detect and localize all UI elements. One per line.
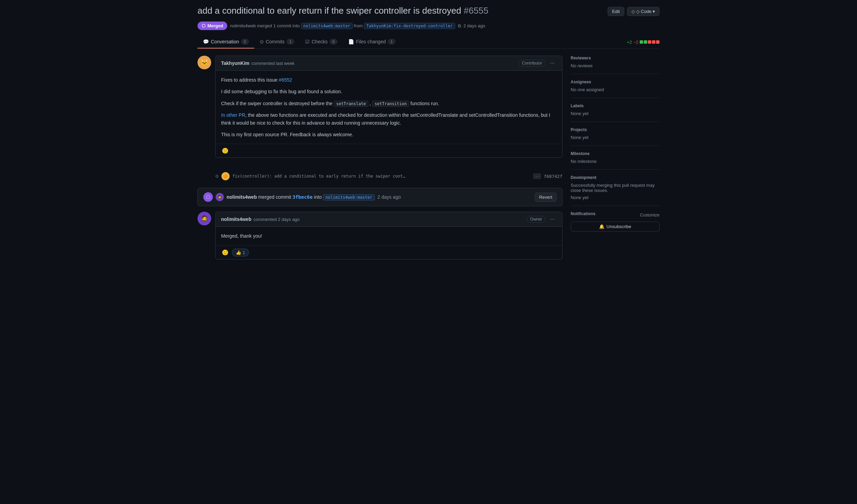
diff-block-2 xyxy=(644,40,647,44)
labels-section: Labels None yet xyxy=(571,98,659,122)
conversation-tab-label: Conversation xyxy=(211,39,239,44)
code-button[interactable]: ◇ ◇ Code ▾ xyxy=(627,7,659,16)
edit-button-label: Edit xyxy=(612,9,620,14)
conversation-icon: 💬 xyxy=(203,39,209,44)
owner-comment-text: Merged, thank you! xyxy=(221,232,557,240)
comment-para-5: This is my first open source PR. Feedbac… xyxy=(221,131,557,138)
issue-link[interactable]: #6552 xyxy=(279,77,292,83)
reviewers-value: No reviews xyxy=(571,63,659,68)
conversation-area: 🐱 TakhyunKim commented last week Contrib… xyxy=(198,56,562,265)
tab-conversation[interactable]: 💬 Conversation 2 xyxy=(198,36,254,48)
comment-para-3: Check if the swiper controller is destro… xyxy=(221,100,557,107)
takhyunkim-avatar: 🐱 xyxy=(198,56,211,69)
owner-comment-header-right: Owner ··· xyxy=(527,215,557,223)
projects-title: Projects xyxy=(571,127,659,132)
commit-avatar: 🟠 xyxy=(221,172,230,180)
development-value: None yet xyxy=(571,195,659,200)
comment-options-button[interactable]: ··· xyxy=(548,59,557,67)
merge-bar-left: ⬡ 🧔 nolimits4web merged commit 3fbec6e i… xyxy=(203,192,401,202)
diff-blocks xyxy=(640,40,659,44)
tab-files-changed[interactable]: 📄 Files changed 1 xyxy=(343,36,401,48)
projects-value: None yet xyxy=(571,135,659,140)
tab-commits[interactable]: ⊙ Commits 1 xyxy=(254,36,300,48)
takhyunkim-meta: commented last week xyxy=(251,61,295,66)
code-set-transition: setTransition xyxy=(372,101,409,107)
merge-commit-hash: 3fbec6e xyxy=(293,194,313,200)
commits-tab-label: Commits xyxy=(266,39,285,44)
copy-icon[interactable]: ⧉ xyxy=(458,23,461,28)
status-text: Merged xyxy=(207,23,223,28)
thumbsup-reaction[interactable]: 👍 1 xyxy=(232,249,249,256)
assignees-title: Assignees xyxy=(571,80,659,84)
bell-icon: 🔔 xyxy=(599,224,604,229)
commits-badge: 1 xyxy=(287,39,294,44)
takhyunkim-comment-footer: 🙂 xyxy=(216,144,562,157)
add-reaction-button[interactable]: 🙂 xyxy=(221,147,229,155)
revert-button[interactable]: Revert xyxy=(535,193,557,202)
from-text: from xyxy=(354,23,363,28)
merge-action: merged commit xyxy=(258,194,293,200)
customize-link[interactable]: Customize xyxy=(640,213,659,218)
assignees-value: No one assigned xyxy=(571,87,659,92)
conversation-badge: 2 xyxy=(241,39,249,44)
pr-title: add a conditional to early return if the… xyxy=(198,5,602,16)
unsubscribe-button[interactable]: 🔔 Unsubscribe xyxy=(571,222,659,232)
diff-block-1 xyxy=(640,40,643,44)
tab-checks[interactable]: ☑ Checks 0 xyxy=(300,36,343,48)
commit-message-text: fix(controller): add a conditional to ea… xyxy=(232,174,530,179)
owner-comment-wrapper: 🧔 nolimits4web commented 2 days ago Owne… xyxy=(198,212,562,265)
tabs-bar: 💬 Conversation 2 ⊙ Commits 1 ☑ Checks 0 … xyxy=(198,36,659,49)
diff-block-3 xyxy=(648,40,651,44)
nolimits4web-avatar-sm: 🧔 xyxy=(216,193,224,201)
milestone-title: Milestone xyxy=(571,151,659,156)
edit-button[interactable]: Edit xyxy=(608,7,624,16)
owner-add-reaction-button[interactable]: 🙂 xyxy=(221,249,229,256)
source-branch-link[interactable]: TakhyunKim:fix-destroyed-controller xyxy=(364,23,455,29)
owner-comment-options[interactable]: ··· xyxy=(548,215,557,223)
comment-para-2: I did some debugging to fix this bug and… xyxy=(221,88,557,95)
comment-para-1: Fixes to address this issue #6552 xyxy=(221,76,557,84)
notifications-header: Notifications Customize xyxy=(571,211,659,219)
commit-more-button[interactable]: ··· xyxy=(533,173,541,179)
checks-badge: 0 xyxy=(330,39,337,44)
owner-author: nolimits4web xyxy=(221,216,251,222)
files-badge: 1 xyxy=(388,39,395,44)
owner-comment-body: Merged, thank you! xyxy=(216,227,562,245)
owner-badge: Owner xyxy=(527,216,545,223)
unsubscribe-label: Unsubscribe xyxy=(607,224,631,229)
commit-hash: 768742f xyxy=(544,174,562,179)
merge-author: nolimits4web xyxy=(227,194,257,200)
diff-block-5 xyxy=(656,40,659,44)
other-pr-link[interactable]: In other PR xyxy=(221,112,245,118)
target-branch-link[interactable]: nolimits4web:master xyxy=(301,23,353,29)
checks-tab-label: Checks xyxy=(312,39,328,44)
pr-meta: nolimits4web merged 1 commit into xyxy=(230,23,300,28)
notifications-title: Notifications xyxy=(571,211,596,216)
reviewers-section: Reviewers No reviews xyxy=(571,56,659,74)
merge-target-branch: nolimits4web:master xyxy=(323,194,375,200)
merge-into: into xyxy=(314,194,323,200)
files-tab-label: Files changed xyxy=(356,39,386,44)
pr-time: 2 days ago xyxy=(463,23,485,28)
comment-para-4: In other PR, the above two functions are… xyxy=(221,111,557,127)
development-title: Development xyxy=(571,175,659,180)
milestone-section: Milestone No milestone xyxy=(571,146,659,170)
diff-stats: +2 −2 xyxy=(627,40,659,45)
merge-time: 2 days ago xyxy=(377,194,401,200)
pr-title-text: add a conditional to early return if the… xyxy=(198,5,461,16)
pr-meta-text: nolimits4web merged 1 commit into nolimi… xyxy=(230,23,485,29)
notifications-section: Notifications Customize 🔔 Unsubscribe xyxy=(571,206,659,237)
reaction-count: 1 xyxy=(243,250,245,255)
pr-header-actions: Edit ◇ ◇ Code ▾ xyxy=(608,7,659,16)
nolimits4web-avatar: 🧔 xyxy=(198,212,211,225)
takhyunkim-comment-card: TakhyunKim commented last week Contribut… xyxy=(215,56,562,158)
labels-value: None yet xyxy=(571,111,659,116)
projects-section: Projects None yet xyxy=(571,122,659,146)
owner-comment-card: nolimits4web commented 2 days ago Owner … xyxy=(215,212,562,259)
labels-title: Labels xyxy=(571,103,659,108)
merge-event-text: nolimits4web merged commit 3fbec6e into … xyxy=(227,194,401,200)
comment-header-right: Contributor ··· xyxy=(519,59,557,67)
code-button-label: ◇ Code ▾ xyxy=(636,9,655,14)
owner-comment-header-left: nolimits4web commented 2 days ago xyxy=(221,216,300,222)
takhyunkim-comment-wrapper: 🐱 TakhyunKim commented last week Contrib… xyxy=(198,56,562,163)
